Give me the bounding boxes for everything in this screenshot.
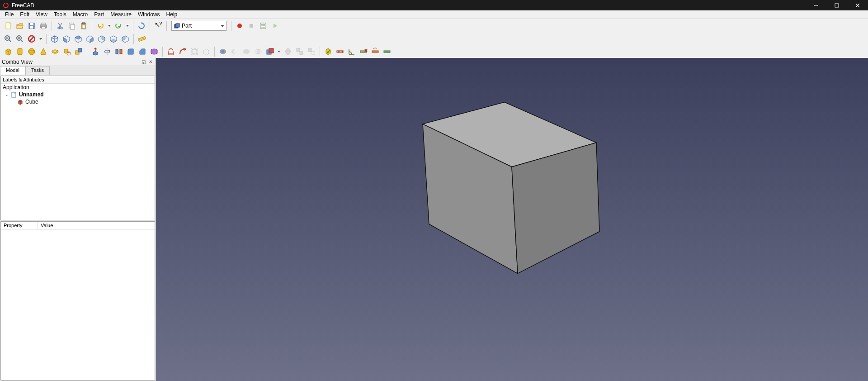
part-ruled-surface-button[interactable] [149,46,160,57]
part-section-dropdown[interactable] [276,46,282,57]
part-sphere-button[interactable] [26,46,37,57]
menu-edit[interactable]: Edit [17,10,33,19]
tree-expand-icon[interactable]: ⌄ [5,92,9,97]
menu-measure[interactable]: Measure [107,10,135,19]
svg-rect-58 [192,49,197,54]
part-cone-button[interactable] [38,46,49,57]
macro-list-button[interactable] [258,20,269,31]
svg-line-34 [21,40,23,42]
svg-rect-20 [82,23,85,24]
redo-dropdown[interactable] [125,20,130,31]
tree-object-label: Cube [25,99,38,105]
draw-style-button[interactable] [26,33,37,44]
svg-rect-71 [297,48,300,52]
part-mirror-button[interactable] [113,46,124,57]
menu-file[interactable]: File [2,10,17,19]
refresh-button[interactable] [136,20,147,31]
svg-point-44 [28,48,35,55]
part-box-button[interactable] [3,46,14,57]
part-sweep-button[interactable] [177,46,188,57]
part-offset-button[interactable] [189,46,200,57]
boolean-intersection-button[interactable] [253,46,264,57]
menu-view[interactable]: View [33,10,51,19]
menu-macro[interactable]: Macro [70,10,91,19]
svg-rect-83 [372,51,378,52]
tree-application-label: Application [3,84,29,90]
whats-this-button[interactable]: ? [153,20,164,31]
new-document-button[interactable] [3,20,14,31]
macro-execute-button[interactable] [269,20,280,31]
undo-button[interactable] [95,20,106,31]
menu-tools[interactable]: Tools [51,10,70,19]
menu-windows[interactable]: Windows [135,10,163,19]
draw-style-dropdown[interactable] [38,33,43,44]
measure-toggle-all-button[interactable] [370,46,381,57]
workbench-selector[interactable]: Part [171,21,226,31]
measure-distance-button[interactable] [137,33,147,44]
combo-undock-button[interactable]: ◱ [140,59,146,65]
tree-panel[interactable]: Labels & Attributes Application ⌄ Unname… [0,76,155,220]
open-document-button[interactable] [14,20,25,31]
view-rear-button[interactable] [96,33,107,44]
measure-clear-button[interactable] [358,46,369,57]
boolean-button[interactable] [217,46,228,57]
tree-application[interactable]: Application [1,84,155,91]
svg-rect-35 [18,37,20,39]
measure-linear-button[interactable] [335,46,345,57]
fit-selection-button[interactable] [14,33,25,44]
part-section-button[interactable] [264,46,275,57]
menu-part[interactable]: Part [91,10,107,19]
combo-tab-tasks[interactable]: Tasks [25,66,50,75]
undo-dropdown[interactable] [107,20,112,31]
boolean-cut-button[interactable] [229,46,240,57]
view-front-button[interactable] [61,33,72,44]
part-crosssections-button[interactable] [283,46,293,57]
window-minimize-button[interactable] [806,0,826,10]
part-primitives-button[interactable] [61,46,72,57]
part-extrude-button[interactable] [90,46,101,57]
window-close-button[interactable] [847,0,868,10]
combo-tab-model[interactable]: Model [0,66,25,75]
part-loft-button[interactable] [165,46,176,57]
cut-button[interactable] [55,20,66,31]
save-document-button[interactable] [26,20,37,31]
property-panel[interactable]: Property Value [0,221,155,381]
part-compoundfilter-button[interactable] [306,46,317,57]
macro-stop-button[interactable] [246,20,257,31]
svg-point-65 [245,49,250,54]
part-chamfer-button[interactable] [137,46,148,57]
measure-angular-button[interactable] [346,46,357,57]
combo-close-button[interactable]: ✕ [147,59,154,65]
part-revolve-button[interactable] [102,46,113,57]
tree-document[interactable]: ⌄ Unnamed [1,91,155,98]
boolean-union-button[interactable] [241,46,252,57]
window-maximize-button[interactable] [826,0,847,10]
view-top-button[interactable] [73,33,84,44]
property-col-value: Value [38,222,56,229]
fit-all-button[interactable] [3,33,14,44]
svg-rect-26 [250,24,253,28]
redo-button[interactable] [113,20,124,31]
svg-point-47 [54,51,57,52]
3d-viewport[interactable] [156,58,868,381]
svg-point-16 [61,27,62,29]
part-compound-button[interactable] [294,46,305,57]
part-shapebuilder-button[interactable] [73,46,84,57]
part-thickness-button[interactable] [201,46,212,57]
print-button[interactable] [38,20,49,31]
part-cylinder-button[interactable] [14,46,25,57]
check-geometry-button[interactable] [323,46,334,57]
paste-button[interactable] [78,20,89,31]
menu-help[interactable]: Help [163,10,181,19]
view-isometric-button[interactable] [49,33,60,44]
view-bottom-button[interactable] [108,33,119,44]
view-right-button[interactable] [85,33,95,44]
part-fillet-button[interactable] [125,46,136,57]
macro-record-button[interactable] [234,20,245,31]
svg-rect-54 [168,53,174,55]
part-torus-button[interactable] [50,46,61,57]
copy-button[interactable] [66,20,77,31]
view-left-button[interactable] [120,33,131,44]
measure-toggle-3d-button[interactable] [382,46,392,57]
tree-object-cube[interactable]: Cube [1,98,155,105]
